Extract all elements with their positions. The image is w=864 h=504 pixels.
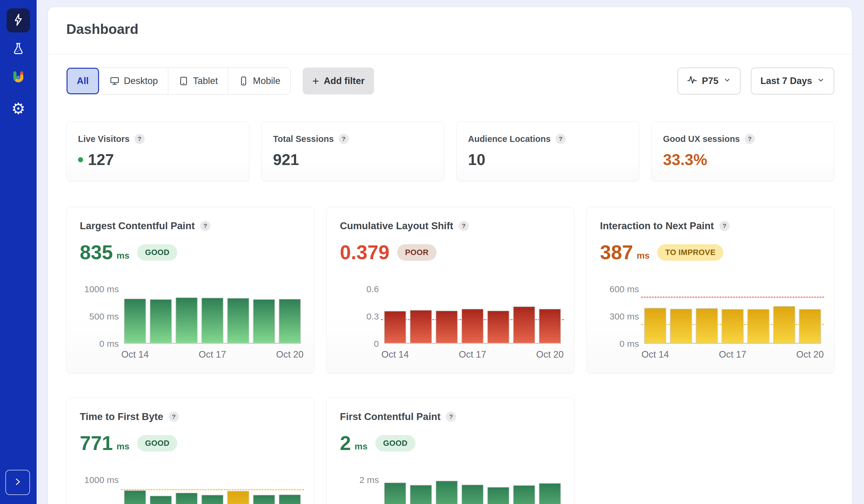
tab-all[interactable]: All	[67, 68, 99, 94]
chart-bar[interactable]	[487, 487, 509, 504]
y-axis-tick: 500 ms	[80, 312, 119, 321]
help-icon[interactable]: ?	[459, 221, 469, 231]
sidebar-item-experiments[interactable]	[7, 38, 30, 61]
bar-chart: 0 ms500 ms1000 ms Oct 14Oct 17Oct 20	[80, 464, 301, 504]
chart-bar[interactable]	[253, 299, 275, 343]
status-badge: POOR	[397, 244, 436, 261]
x-axis-tick: Oct 14	[121, 349, 148, 360]
chart-bar[interactable]	[435, 311, 458, 343]
bar-chart: 0 ms500 ms1000 ms Oct 14Oct 17Oct 20	[80, 273, 301, 362]
sidebar: ⚙	[0, 0, 37, 504]
tablet-icon	[179, 76, 189, 86]
chart-bar[interactable]	[279, 299, 301, 343]
mobile-icon	[239, 76, 249, 86]
stat-card-total-sessions: Total Sessions ? 921	[261, 121, 444, 181]
chart-bar[interactable]	[644, 308, 666, 343]
chart-bar[interactable]	[435, 481, 458, 504]
tab-desktop-label: Desktop	[124, 75, 158, 86]
desktop-icon	[109, 76, 120, 86]
stats-row: Live Visitors ? 127 Total Sessions ? 921…	[66, 121, 834, 181]
bar-chart: 00.30.6 Oct 14Oct 17Oct 20	[340, 273, 561, 362]
chart-card-fcp: First Contentful Paint ? 2 ms GOOD 0 ms1…	[326, 398, 575, 504]
y-axis-tick: 1 ms	[340, 503, 379, 504]
y-axis-tick: 0.6	[340, 285, 379, 294]
add-filter-button[interactable]: + Add filter	[303, 68, 374, 95]
chart-bar[interactable]	[410, 310, 432, 343]
chart-bar[interactable]	[539, 483, 561, 504]
threshold-line	[121, 489, 304, 490]
sidebar-expand-button[interactable]	[5, 470, 30, 495]
tab-desktop[interactable]: Desktop	[99, 68, 169, 94]
add-filter-label: Add filter	[324, 75, 364, 86]
y-axis-tick: 1000 ms	[80, 475, 119, 485]
pulse-icon	[687, 75, 697, 87]
chart-bar[interactable]	[176, 493, 198, 504]
y-axis-tick: 0.3	[340, 312, 379, 321]
y-axis-tick: 0	[340, 339, 379, 349]
percentile-dropdown[interactable]: P75	[677, 68, 741, 95]
chart-bar[interactable]	[461, 309, 483, 343]
sidebar-item-dashboard[interactable]	[7, 8, 30, 32]
chart-title: Time to First Byte	[80, 411, 163, 422]
tab-mobile-label: Mobile	[253, 75, 280, 86]
help-icon[interactable]: ?	[200, 221, 210, 231]
chart-card-inp: Interaction to Next Paint ? 387 ms TO IM…	[587, 207, 835, 373]
tab-tablet[interactable]: Tablet	[168, 68, 228, 94]
chart-bar[interactable]	[410, 485, 432, 504]
help-icon[interactable]: ?	[446, 411, 456, 422]
chart-bar[interactable]	[150, 496, 172, 504]
help-icon[interactable]: ?	[169, 411, 179, 422]
x-axis-tick: Oct 14	[641, 349, 669, 360]
chart-title: Cumulative Layout Shift	[340, 220, 453, 232]
chart-bar[interactable]	[799, 309, 821, 343]
metric-value: 387	[600, 241, 633, 264]
help-icon[interactable]: ?	[719, 221, 730, 231]
chart-bar[interactable]	[124, 299, 146, 343]
charts-row-2: Time to First Byte ? 771 ms GOOD 0 ms500…	[66, 398, 575, 504]
chart-bar[interactable]	[201, 298, 224, 343]
date-range-dropdown[interactable]: Last 7 Days	[751, 68, 834, 95]
chart-bar[interactable]	[670, 309, 692, 343]
chart-bar[interactable]	[721, 309, 744, 343]
sidebar-item-settings[interactable]: ⚙	[7, 97, 30, 120]
chart-bar[interactable]	[747, 309, 769, 343]
uxify-logo-icon	[11, 71, 26, 87]
chart-bar[interactable]	[539, 309, 561, 343]
chart-bar[interactable]	[513, 485, 535, 504]
chart-bar[interactable]	[513, 306, 535, 343]
stat-value: 33.3%	[663, 151, 707, 169]
tab-mobile[interactable]: Mobile	[228, 68, 290, 94]
right-controls: P75 Last 7 Days	[677, 68, 835, 95]
plus-icon: +	[312, 75, 319, 87]
chart-bar[interactable]	[384, 482, 406, 504]
chart-bar[interactable]	[227, 298, 249, 343]
stat-label: Audience Locations	[468, 134, 551, 144]
chart-bar[interactable]	[227, 491, 249, 504]
sidebar-item-uxify[interactable]	[7, 67, 30, 90]
stat-card-live-visitors: Live Visitors ? 127	[66, 121, 249, 181]
help-icon[interactable]: ?	[134, 134, 145, 144]
chart-bar[interactable]	[696, 308, 718, 343]
chart-bar[interactable]	[384, 311, 406, 343]
x-axis-tick: Oct 17	[719, 349, 746, 360]
chart-bar[interactable]	[461, 484, 483, 504]
chart-bar[interactable]	[124, 490, 146, 504]
help-icon[interactable]: ?	[555, 134, 566, 144]
status-badge: GOOD	[375, 435, 415, 452]
help-icon[interactable]: ?	[745, 134, 755, 144]
metric-unit: ms	[117, 441, 129, 452]
help-icon[interactable]: ?	[339, 134, 349, 144]
gear-icon: ⚙	[11, 99, 25, 118]
chart-bar[interactable]	[279, 494, 301, 504]
chart-bar[interactable]	[150, 299, 172, 343]
chart-bar[interactable]	[201, 495, 224, 504]
chart-card-ttfb: Time to First Byte ? 771 ms GOOD 0 ms500…	[66, 398, 314, 504]
chart-title: Interaction to Next Paint	[600, 220, 714, 232]
chart-bar[interactable]	[487, 311, 509, 343]
chart-bar[interactable]	[773, 306, 795, 343]
y-axis-tick: 500 ms	[80, 503, 119, 504]
chart-bar[interactable]	[176, 297, 198, 343]
x-axis-tick: Oct 17	[459, 349, 486, 360]
chart-bar[interactable]	[253, 495, 275, 504]
tab-tablet-label: Tablet	[193, 75, 218, 86]
